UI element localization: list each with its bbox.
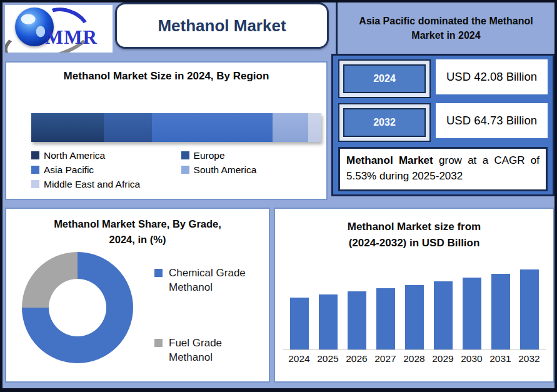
headline-box: Asia Pacific dominated the Methanol Mark… [336, 3, 554, 54]
stats-panel: 2024 USD 42.08 Billion 2032 USD 64.73 Bi… [331, 54, 554, 196]
legend-item: Middle East and Africa [31, 179, 181, 190]
legend-label: Asia Pacific [44, 164, 94, 176]
legend-swatch-icon [181, 166, 189, 174]
legend-item: Asia Pacific [31, 164, 181, 176]
headline-text: Asia Pacific dominated the Methanol Mark… [349, 14, 544, 43]
logo: MMR [5, 5, 113, 53]
logo-text: MMR [45, 26, 98, 49]
year-badge-2024: 2024 [343, 64, 426, 93]
axis-tick-label: 2027 [371, 353, 400, 364]
region-chart-title: Methanol Market Size in 2024, By Region [6, 70, 326, 83]
infographic-canvas: MMR Methanol Market Asia Pacific dominat… [0, 0, 557, 392]
stat-value-box: USD 42.08 Billion [436, 59, 548, 94]
legend-item: Chemical Grade Methanol [154, 266, 264, 295]
legend-item: South America [181, 164, 314, 176]
forecast-chart-panel: Methanol Market size from (2024-2032) in… [274, 208, 554, 383]
axis-tick-label: 2030 [458, 353, 486, 364]
forecast-bar-2029 [434, 281, 453, 349]
year-badge-2032: 2032 [343, 108, 426, 137]
legend-label: Chemical Grade Methanol [169, 266, 264, 295]
stat-value-2032: USD 64.73 Billion [446, 114, 537, 128]
legend-item: Fuel Grade Methanol [154, 336, 264, 365]
axis-tick-label: 2024 [285, 353, 314, 364]
grade-legend: Chemical Grade MethanolFuel Grade Methan… [154, 266, 264, 392]
legend-label: Middle East and Africa [44, 179, 140, 190]
region-legend: North AmericaEuropeAsia PacificSouth Ame… [31, 150, 314, 193]
bar-segment-asia-pacific [152, 113, 273, 142]
forecast-bar-2030 [463, 278, 481, 349]
forecast-bar-2032 [520, 269, 539, 349]
cagr-note-box: Methanol Market grow at a CAGR of 5.53% … [338, 147, 548, 191]
bar-segment-middle-east-and-africa [308, 113, 321, 142]
forecast-bar-2031 [491, 274, 510, 349]
forecast-chart-title-wrap: Methanol Market size from (2024-2032) in… [275, 219, 553, 251]
forecast-bar-2027 [376, 288, 395, 349]
stat-value-2024: USD 42.08 Billion [446, 70, 537, 84]
forecast-bar-2024 [290, 298, 309, 349]
forecast-x-labels: 202420252026202720282029203020312032 [283, 353, 546, 364]
axis-tick-label: 2029 [429, 353, 458, 364]
stat-value-box: USD 64.73 Billion [436, 103, 548, 138]
forecast-bar-2025 [319, 294, 338, 349]
axis-tick-label: 2032 [515, 353, 544, 364]
region-chart-panel: Methanol Market Size in 2024, By Region … [5, 61, 328, 200]
legend-swatch-icon [31, 151, 39, 159]
axis-tick-label: 2025 [314, 353, 343, 364]
forecast-bar-2026 [348, 291, 366, 349]
forecast-bar-chart [283, 268, 546, 350]
grade-chart-panel: Methanol Market Share, By Grade, 2024, i… [5, 208, 270, 383]
legend-swatch-icon [154, 269, 163, 277]
bar-segment-europe [104, 113, 152, 142]
axis-tick-label: 2026 [343, 353, 371, 364]
cagr-market-name: Methanol Market [346, 154, 433, 166]
report-title-box: Methanol Market [115, 3, 329, 49]
stat-row-2024: 2024 USD 42.08 Billion [338, 59, 548, 98]
grade-donut-chart [22, 252, 133, 363]
legend-swatch-icon [154, 339, 163, 347]
legend-label: South America [194, 164, 257, 176]
region-stacked-bar [31, 113, 321, 142]
forecast-chart-title: Methanol Market size from (2024-2032) in… [334, 219, 494, 251]
legend-swatch-icon [31, 166, 39, 174]
year-badge-frame: 2032 [338, 103, 431, 142]
legend-label: Fuel Grade Methanol [169, 336, 264, 365]
legend-label: Europe [194, 150, 225, 161]
legend-swatch-icon [181, 151, 189, 159]
legend-item: Europe [181, 150, 314, 161]
report-title: Methanol Market [158, 16, 286, 36]
legend-item: North America [31, 150, 181, 161]
legend-swatch-icon [31, 180, 39, 188]
stat-row-2032: 2032 USD 64.73 Billion [338, 103, 548, 142]
grade-chart-title-wrap: Methanol Market Share, By Grade, 2024, i… [6, 216, 269, 248]
axis-tick-label: 2028 [400, 353, 429, 364]
year-badge-frame: 2024 [338, 59, 431, 98]
donut-hole [49, 279, 106, 336]
grade-chart-title: Methanol Market Share, By Grade, 2024, i… [41, 216, 234, 248]
bar-segment-south-america [273, 113, 308, 142]
legend-label: North America [44, 150, 105, 161]
bar-segment-north-america [31, 113, 104, 142]
axis-tick-label: 2031 [486, 353, 515, 364]
forecast-bar-2028 [405, 285, 424, 349]
